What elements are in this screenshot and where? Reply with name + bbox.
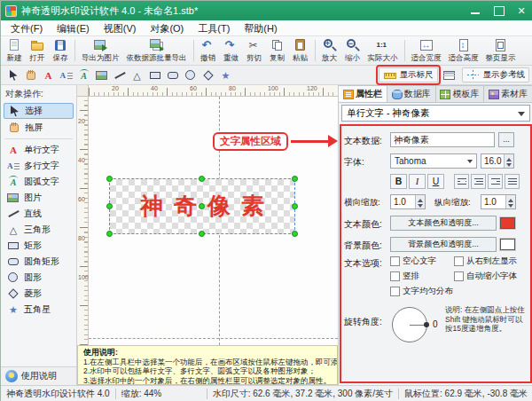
italic-button[interactable]: I <box>409 174 426 189</box>
copy-button[interactable]: 复制 <box>266 37 289 64</box>
tab-database[interactable]: 数据库 <box>387 85 436 103</box>
batch-export-button[interactable]: 依数据源批量导出 <box>123 37 191 64</box>
pan-tool-button[interactable] <box>22 67 39 83</box>
sidebar-item-line[interactable]: 直线 <box>1 206 76 222</box>
sidebar-item-rect[interactable]: 矩形 <box>1 238 76 254</box>
checkbox-option[interactable]: 竖排 <box>390 271 454 282</box>
tab-properties[interactable]: 属性栏 <box>339 85 387 103</box>
new-file-button[interactable]: 新建 <box>3 37 26 64</box>
multi-text-tool-button[interactable] <box>58 67 74 83</box>
sidebar-item-triangle[interactable]: 三角形 <box>1 222 76 238</box>
bg-color-button[interactable]: 背景颜色和透明度... <box>390 237 497 252</box>
menu-item[interactable]: 帮助(H) <box>237 20 284 36</box>
selection-handle-sw[interactable] <box>106 231 113 237</box>
checkbox-option[interactable]: 文字均匀分布 <box>390 286 454 297</box>
menu-item[interactable]: 文件(F) <box>4 20 50 36</box>
menu-item[interactable]: 工具(T) <box>191 20 237 36</box>
circle-tool-button[interactable] <box>182 67 199 83</box>
text-color-swatch[interactable] <box>500 217 515 229</box>
checkbox[interactable] <box>454 271 464 281</box>
font-select[interactable]: Tahoma <box>390 153 477 169</box>
menu-item[interactable]: 编辑(E) <box>50 20 97 36</box>
text-color-button[interactable]: 文本颜色和透明度... <box>390 216 497 231</box>
selection-handle-s[interactable] <box>199 231 205 237</box>
rotation-dial[interactable] <box>392 307 427 342</box>
maximize-button[interactable] <box>487 1 510 20</box>
export-image-button[interactable]: 导出为图片 <box>78 37 123 64</box>
hscale-spinner[interactable]: 1.0 <box>390 194 426 209</box>
rotation-dial-handle[interactable] <box>424 322 429 327</box>
bg-color-swatch[interactable] <box>500 239 515 250</box>
show-data-panel-button[interactable] <box>442 67 458 83</box>
align-left-button[interactable] <box>454 174 469 189</box>
watermark-object[interactable]: 神奇像素 <box>109 178 295 234</box>
sidebar-tool-select[interactable]: 选择 <box>4 103 74 119</box>
work-area[interactable]: 神奇像素 文字属性区域 <box>89 97 338 345</box>
show-guides-toggle[interactable]: 显示参考线 <box>462 67 530 83</box>
selection-handle-se[interactable] <box>292 231 298 237</box>
menu-item[interactable]: 对象(O) <box>143 20 191 36</box>
rounded-rect-tool-button[interactable] <box>164 67 181 83</box>
checkbox-option[interactable]: 从右到左显示 <box>454 256 523 267</box>
arc-text-tool-button[interactable] <box>75 67 92 83</box>
checkbox[interactable] <box>390 271 400 281</box>
sidebar-item-multi-text[interactable]: 多行文字 <box>1 158 76 174</box>
sidebar-tool-pan[interactable]: 拖屏 <box>4 120 74 136</box>
zoom-out-button[interactable]: 缩小 <box>341 37 364 64</box>
object-selector-dropdown[interactable]: 单行文字 - 神奇像素 <box>341 105 530 122</box>
spinner-arrows-icon[interactable] <box>504 154 513 168</box>
underline-button[interactable]: U <box>427 174 444 189</box>
sidebar-item-single-text[interactable]: 单行文字 <box>1 142 76 158</box>
menu-item[interactable]: 视图(V) <box>97 20 144 36</box>
selection-handle-w[interactable] <box>106 203 113 209</box>
checkbox-option[interactable]: 自动缩小字体 <box>454 271 523 282</box>
checkbox[interactable] <box>390 256 400 266</box>
selection-handle-n[interactable] <box>199 176 205 182</box>
actual-size-button[interactable]: 实际大小 <box>364 37 402 64</box>
selection-handle-e[interactable] <box>292 203 298 209</box>
fit-width-button[interactable]: 适合宽度 <box>408 37 445 64</box>
minimize-button[interactable] <box>464 1 487 20</box>
sidebar-item-circle[interactable]: 圆形 <box>1 270 76 286</box>
checkbox[interactable] <box>390 287 400 296</box>
selection-handle-c[interactable] <box>199 203 205 209</box>
sidebar-item-diamond[interactable]: 菱形 <box>1 286 76 302</box>
guide-line-horizontal[interactable] <box>89 338 338 339</box>
help-button[interactable]: 使用说明 <box>1 366 76 385</box>
diamond-tool-button[interactable] <box>200 67 216 83</box>
image-tool-button[interactable] <box>93 67 110 83</box>
rect-tool-button[interactable] <box>146 67 163 83</box>
checkbox[interactable] <box>454 256 464 266</box>
tab-template[interactable]: 模板库 <box>436 85 485 103</box>
sidebar-item-star[interactable]: 五角星 <box>1 302 76 318</box>
fit-page-button[interactable]: 整页显示 <box>482 37 520 64</box>
align-center-button[interactable] <box>471 174 486 189</box>
align-justify-button[interactable] <box>505 174 520 189</box>
text-data-more-button[interactable]: ... <box>498 132 514 147</box>
tab-assets[interactable]: 素材库 <box>484 85 532 103</box>
open-folder-button[interactable]: 打开 <box>26 37 49 64</box>
star-tool-button[interactable] <box>217 67 234 83</box>
fit-height-button[interactable]: 适合高度 <box>445 37 482 64</box>
font-size-spinner[interactable]: 16.0 <box>481 153 514 169</box>
text-data-input[interactable] <box>390 132 495 147</box>
close-button[interactable] <box>510 1 532 20</box>
spinner-arrows-icon[interactable] <box>415 195 425 208</box>
show-ruler-toggle[interactable]: 显示标尺 <box>379 67 438 83</box>
sidebar-item-arc-text[interactable]: 圆弧文字 <box>1 174 76 190</box>
zoom-in-button[interactable]: 放大 <box>318 37 341 64</box>
line-tool-button[interactable] <box>111 67 128 83</box>
cut-button[interactable]: 剪切 <box>243 37 266 64</box>
select-tool-button[interactable] <box>4 67 21 83</box>
selection-handle-ne[interactable] <box>292 176 298 182</box>
checkbox-option[interactable]: 空心文字 <box>390 256 454 267</box>
selection-handle-nw[interactable] <box>106 176 113 182</box>
undo-button[interactable]: 撤销 <box>197 37 220 64</box>
align-right-button[interactable] <box>488 174 503 189</box>
vscale-spinner[interactable]: 1.0 <box>481 194 516 209</box>
triangle-tool-button[interactable] <box>129 67 145 83</box>
spinner-arrows-icon[interactable] <box>505 195 515 208</box>
redo-button[interactable]: 重做 <box>220 37 243 64</box>
sidebar-item-rounded-rect[interactable]: 圆角矩形 <box>1 254 76 270</box>
paste-button[interactable]: 粘贴 <box>289 37 312 64</box>
